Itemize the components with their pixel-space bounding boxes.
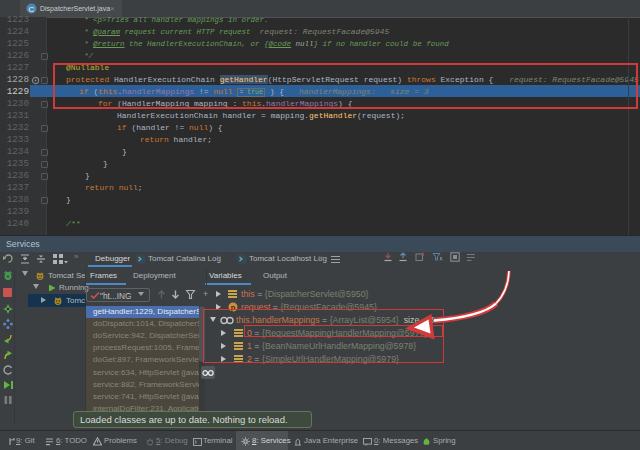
- svg-text:C: C: [29, 5, 35, 14]
